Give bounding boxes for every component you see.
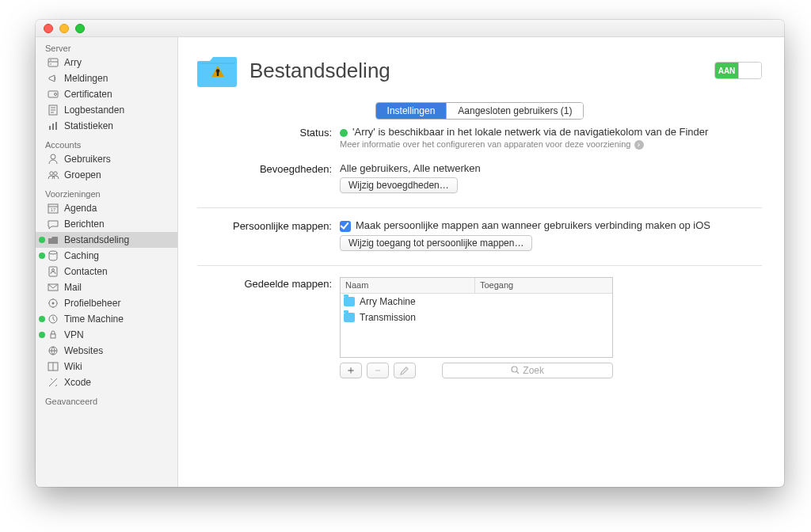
vpn-icon [47, 329, 59, 341]
server-admin-window: ServerArryMeldingenCertificatenLogbestan… [36, 20, 784, 487]
cert-icon [47, 88, 59, 101]
user-icon [47, 153, 59, 165]
folder-icon [344, 313, 355, 322]
edit-personal-access-button[interactable]: Wijzig toegang tot persoonlijke mappen… [340, 235, 532, 251]
edit-folder-button[interactable] [394, 363, 416, 378]
svg-line-34 [517, 371, 520, 374]
main-content: Bestandsdeling AAN Instellingen Aangeslo… [178, 37, 784, 487]
status-dot-icon [39, 237, 45, 243]
sidebar-item-label: Xcode [64, 377, 91, 388]
permissions-row: Bevoegdheden: Alle gebruikers, Alle netw… [197, 162, 762, 193]
tab-connected-users[interactable]: Aangesloten gebruikers (1) [446, 103, 583, 119]
table-toolbar: ＋ － Zoek [340, 363, 613, 378]
sidebar-item-label: Mail [64, 282, 82, 293]
sidebar-item-label: Caching [64, 250, 99, 261]
toggle-knob [738, 63, 761, 78]
sidebar-item-label: Gebruikers [64, 154, 111, 165]
table-body: Arry MachineTransmission [341, 294, 612, 357]
sharing-icon [47, 234, 59, 246]
titlebar [36, 20, 784, 37]
header-row: Bestandsdeling AAN [197, 53, 762, 88]
sidebar-item-time-machine[interactable]: Time Machine [36, 311, 177, 327]
svg-rect-12 [55, 122, 57, 130]
sidebar-section-header: Accounts [36, 140, 177, 150]
status-subtext[interactable]: Meer informatie over het configureren va… [340, 139, 631, 149]
personal-folders-label: Persoonlijke mappen: [197, 219, 340, 232]
sidebar-item-gebruikers[interactable]: Gebruikers [36, 151, 177, 167]
sidebar-item-meldingen[interactable]: Meldingen [36, 70, 177, 86]
status-dot-icon [340, 129, 348, 137]
svg-point-15 [54, 172, 57, 175]
sidebar-item-logbestanden[interactable]: Logbestanden [36, 102, 177, 118]
edit-permissions-button[interactable]: Wijzig bevoegdheden… [340, 177, 458, 193]
remove-folder-button[interactable]: － [367, 363, 389, 378]
sidebar-item-mail[interactable]: Mail [36, 279, 177, 295]
status-text: 'Arry' is beschikbaar in het lokale netw… [352, 126, 708, 138]
messages-icon [47, 218, 59, 230]
sidebar-item-certificaten[interactable]: Certificaten [36, 86, 177, 102]
svg-text:17: 17 [51, 207, 56, 212]
table-row[interactable]: Arry Machine [341, 294, 612, 310]
table-row[interactable]: Transmission [341, 310, 612, 325]
add-folder-button[interactable]: ＋ [340, 363, 362, 378]
sidebar-item-caching[interactable]: Caching [36, 248, 177, 264]
sidebar-item-berichten[interactable]: Berichten [36, 216, 177, 232]
personal-folders-checkbox-text: Maak persoonlijke mappen aan wanneer geb… [356, 219, 710, 231]
svg-point-19 [49, 251, 57, 254]
svg-point-14 [50, 172, 53, 175]
window-close-button[interactable] [44, 24, 53, 33]
group-icon [47, 169, 59, 181]
sidebar-item-contacten[interactable]: Contacten [36, 264, 177, 279]
column-access[interactable]: Toegang [475, 280, 612, 290]
personal-folders-row: Persoonlijke mappen: Maak persoonlijke m… [197, 219, 762, 251]
contacts-icon [47, 265, 59, 278]
info-arrow-icon[interactable]: › [634, 140, 644, 150]
search-placeholder: Zoek [523, 365, 544, 376]
service-toggle[interactable]: AAN [714, 62, 762, 79]
status-dot-icon [39, 332, 45, 338]
tab-settings[interactable]: Instellingen [376, 103, 447, 119]
sidebar-item-bestandsdeling[interactable]: Bestandsdeling [36, 232, 177, 248]
xcode-icon [47, 376, 59, 389]
sidebar-item-xcode[interactable]: Xcode [36, 374, 177, 390]
folder-name: Transmission [360, 312, 416, 323]
server-icon [47, 56, 59, 69]
svg-point-13 [51, 154, 55, 159]
stats-icon [47, 120, 59, 132]
sidebar-item-label: Meldingen [64, 73, 108, 84]
sidebar-item-vpn[interactable]: VPN [36, 327, 177, 343]
personal-folders-checkbox[interactable] [340, 221, 351, 232]
search-field[interactable]: Zoek [442, 363, 613, 378]
tabs-row: Instellingen Aangesloten gebruikers (1) [197, 102, 762, 120]
sidebar-section-header: Server [36, 44, 177, 53]
svg-rect-0 [48, 59, 58, 66]
divider [197, 265, 762, 266]
sidebar-item-label: Berichten [64, 218, 105, 230]
folder-icon [344, 297, 355, 306]
svg-point-2 [50, 59, 51, 61]
window-minimize-button[interactable] [59, 24, 69, 33]
sidebar-item-label: Statistieken [64, 120, 113, 131]
file-sharing-icon [197, 53, 237, 88]
sidebar-item-label: Profielbeheer [64, 298, 120, 309]
table-header: Naam Toegang [341, 278, 612, 294]
sidebar-item-label: Arry [64, 57, 82, 68]
shared-folders-table: Naam Toegang Arry MachineTransmission [340, 277, 613, 358]
sidebar-item-label: Groepen [64, 169, 101, 180]
sidebar-item-profielbeheer[interactable]: Profielbeheer [36, 295, 177, 311]
log-icon [47, 104, 59, 116]
column-name[interactable]: Naam [341, 278, 475, 293]
svg-rect-32 [217, 72, 219, 76]
sidebar-item-statistieken[interactable]: Statistieken [36, 118, 177, 134]
sidebar-item-wiki[interactable]: Wiki [36, 359, 177, 374]
sidebar-item-label: Contacten [64, 266, 108, 277]
sidebar-item-arry[interactable]: Arry [36, 55, 177, 70]
svg-rect-11 [52, 124, 54, 130]
sidebar-item-websites[interactable]: Websites [36, 343, 177, 359]
divider [197, 207, 762, 208]
svg-point-21 [52, 269, 55, 272]
window-zoom-button[interactable] [75, 24, 85, 33]
sidebar-item-label: Time Machine [64, 314, 124, 325]
sidebar-item-groepen[interactable]: Groepen [36, 167, 177, 183]
sidebar-item-agenda[interactable]: 17Agenda [36, 200, 177, 216]
